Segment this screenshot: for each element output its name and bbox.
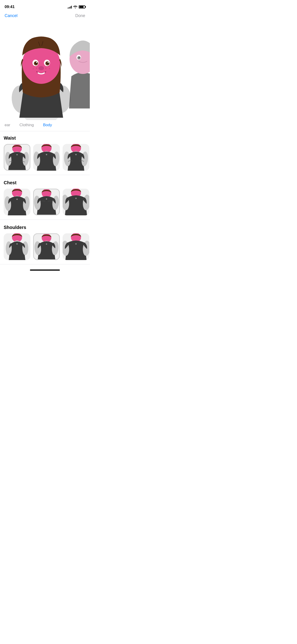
cancel-button[interactable]: Cancel <box>4 13 18 18</box>
memoji-side-avatar <box>67 35 90 108</box>
tab-bar: ear Clothing Body <box>0 120 90 131</box>
done-button[interactable]: Done <box>75 13 85 18</box>
shoulders-option-2[interactable] <box>33 233 60 260</box>
svg-point-37 <box>46 154 47 155</box>
svg-point-49 <box>46 198 47 200</box>
nav-bar: Cancel Done <box>0 12 90 21</box>
waist-option-3[interactable] <box>62 144 89 171</box>
tab-clothing[interactable]: Clothing <box>15 122 38 128</box>
tab-body[interactable]: Body <box>38 122 57 128</box>
svg-point-65 <box>75 243 77 244</box>
avatar-preview <box>0 21 90 120</box>
shoulders-section: Shoulders <box>0 221 90 264</box>
svg-point-11 <box>45 68 46 69</box>
shoulders-option-3[interactable] <box>62 233 89 260</box>
svg-point-53 <box>75 198 77 199</box>
svg-point-61 <box>46 244 47 245</box>
chest-section: Chest <box>0 176 90 220</box>
svg-point-20 <box>36 62 37 63</box>
waist-options <box>0 144 90 175</box>
tab-headwear[interactable]: ear <box>0 122 15 128</box>
wifi-icon <box>73 5 77 8</box>
svg-point-33 <box>16 154 18 156</box>
battery-icon <box>79 5 85 8</box>
signal-icon <box>68 5 72 8</box>
shoulders-title: Shoulders <box>0 225 90 233</box>
svg-point-21 <box>48 62 49 63</box>
chest-title: Chest <box>0 180 90 189</box>
shoulders-option-1[interactable] <box>4 233 30 260</box>
svg-point-22 <box>38 66 44 70</box>
status-icons <box>68 5 85 8</box>
svg-point-56 <box>22 242 28 255</box>
waist-title: Waist <box>0 136 90 144</box>
waist-option-1[interactable] <box>4 144 30 171</box>
svg-point-45 <box>16 198 18 200</box>
svg-point-41 <box>75 154 77 155</box>
svg-point-9 <box>33 68 34 69</box>
waist-section: Waist <box>0 131 90 175</box>
shoulders-options <box>0 233 90 264</box>
chest-option-2[interactable] <box>33 189 60 215</box>
chest-options <box>0 189 90 220</box>
waist-option-2[interactable] <box>33 144 60 171</box>
chest-option-3[interactable] <box>62 189 89 215</box>
home-indicator <box>30 270 60 271</box>
svg-point-29 <box>78 57 80 58</box>
svg-point-12 <box>49 68 50 69</box>
svg-point-55 <box>6 242 12 255</box>
status-bar: 09:41 <box>0 0 90 12</box>
chest-option-1[interactable] <box>4 189 30 215</box>
svg-point-57 <box>16 243 18 244</box>
status-time: 09:41 <box>4 4 14 9</box>
svg-point-8 <box>36 68 37 69</box>
